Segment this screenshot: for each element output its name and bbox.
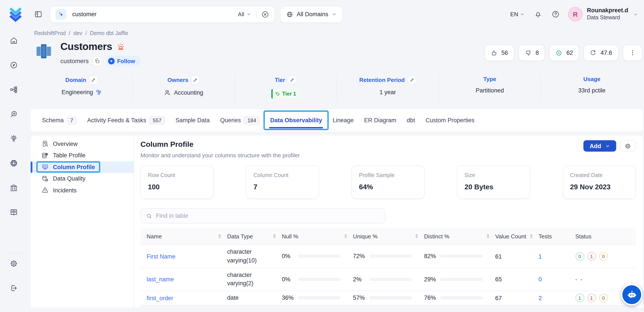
- sidebar-workflow-icon[interactable]: [10, 85, 18, 94]
- user-menu-chevron-icon[interactable]: [632, 12, 638, 17]
- sidebar-logout-icon[interactable]: [10, 284, 18, 292]
- breadcrumb-separator: /: [85, 30, 87, 36]
- find-in-table-input[interactable]: [156, 213, 380, 219]
- sort-icon[interactable]: [344, 234, 347, 239]
- sidebar-profile-search-icon[interactable]: [10, 110, 18, 118]
- subnav-item-data-quality[interactable]: Data Quality: [31, 173, 134, 185]
- language-value: EN: [510, 11, 518, 18]
- subnav-label: Column Profile: [53, 164, 95, 171]
- subnav-item-incidents[interactable]: Incidents: [31, 185, 134, 196]
- sidebar-toggle-icon[interactable]: [34, 10, 42, 19]
- breadcrumb-connection[interactable]: RedshiftProd: [34, 30, 66, 36]
- sidebar-glossary-icon[interactable]: [10, 208, 18, 216]
- column-header-tests: Tests: [538, 233, 552, 239]
- owners-label: Owners: [168, 77, 188, 83]
- sort-icon[interactable]: [530, 234, 532, 239]
- sidebar-governance-icon[interactable]: [10, 184, 18, 192]
- search-input[interactable]: [72, 11, 238, 18]
- help-icon[interactable]: [552, 10, 560, 19]
- sort-icon[interactable]: [273, 234, 276, 239]
- tab-dbt[interactable]: dbt: [406, 109, 416, 131]
- chatbot-button[interactable]: [621, 284, 642, 305]
- domain-value[interactable]: Engineering: [62, 89, 93, 96]
- tab-activity-feeds[interactable]: Activity Feeds & Tasks557: [86, 109, 166, 131]
- card-created-date: Created Date 29 Nov 2023: [562, 166, 636, 199]
- null-progress-bar: [298, 296, 340, 299]
- alert-siren-icon[interactable]: [117, 42, 126, 51]
- topbar: All All Domains EN R: [0, 0, 644, 29]
- column-name-link[interactable]: First Name: [146, 253, 176, 260]
- tab-custom-properties[interactable]: Custom Properties: [425, 109, 476, 131]
- tab-count-badge: 557: [149, 116, 165, 125]
- edit-owners-pencil-icon[interactable]: [191, 76, 200, 84]
- sidebar-compass-icon[interactable]: [10, 61, 18, 69]
- profiler-settings-button[interactable]: [620, 140, 636, 152]
- breadcrumb-schema[interactable]: Demo dbt Jaffle: [90, 30, 128, 36]
- null-pct-value: 36%: [282, 295, 298, 301]
- ai-sparkle-icon[interactable]: [56, 9, 66, 20]
- tier-badge[interactable]: Tier 1: [271, 89, 300, 99]
- status-failed-badge[interactable]: 1: [587, 293, 596, 302]
- sidebar-insights-icon[interactable]: [10, 134, 18, 143]
- owners-value[interactable]: Accounting: [174, 89, 203, 96]
- tests-link[interactable]: 0: [538, 276, 542, 283]
- distinct-pct-value: 29%: [424, 276, 440, 283]
- copy-icon[interactable]: [92, 56, 102, 66]
- tab-queries[interactable]: Queries184: [219, 109, 260, 131]
- thumbs-up-icon: [490, 49, 498, 56]
- app-sidebar: [0, 29, 28, 312]
- status-failed-badge[interactable]: 1: [587, 252, 596, 261]
- tab-schema[interactable]: Schema7: [41, 109, 78, 131]
- subnav-item-overview[interactable]: Overview: [31, 138, 134, 150]
- global-search[interactable]: All: [50, 6, 275, 23]
- popularity-button[interactable]: 47.6: [584, 45, 618, 61]
- search-clear-icon[interactable]: [261, 10, 269, 18]
- user-info[interactable]: Rounakpreet.d Data Steward: [587, 7, 628, 22]
- tab-data-observability[interactable]: Data Observability: [269, 109, 323, 131]
- subnav-item-table-profile[interactable]: Table Profile: [31, 150, 134, 161]
- tests-link[interactable]: 2: [538, 295, 542, 301]
- card-label: Profile Sample: [359, 172, 417, 178]
- atlan-logo-icon[interactable]: [8, 7, 23, 22]
- all-domains-button[interactable]: All Domains: [280, 6, 343, 23]
- subnav-item-column-profile[interactable]: Column Profile: [31, 161, 134, 173]
- avatar[interactable]: R: [568, 7, 582, 22]
- null-progress-bar: [298, 278, 340, 281]
- language-selector[interactable]: EN: [510, 11, 525, 18]
- more-actions-button[interactable]: [622, 45, 642, 61]
- sidebar-home-icon[interactable]: [10, 36, 18, 45]
- edit-tier-pencil-icon[interactable]: [288, 76, 296, 84]
- gear-icon: [624, 143, 631, 149]
- column-name-link[interactable]: first_order: [146, 295, 173, 301]
- sort-icon[interactable]: [218, 234, 221, 239]
- tests-link[interactable]: 1: [538, 253, 542, 260]
- edit-domain-pencil-icon[interactable]: [89, 76, 98, 84]
- follow-button[interactable]: Follow: [106, 56, 140, 66]
- tab-er-diagram[interactable]: ER Diagram: [363, 109, 397, 131]
- distinct-pct-value: 76%: [424, 295, 440, 301]
- column-name-link[interactable]: last_name: [146, 276, 174, 283]
- downvotes-button[interactable]: 8: [518, 45, 545, 61]
- sort-icon[interactable]: [486, 234, 489, 239]
- tab-sample-data[interactable]: Sample Data: [174, 109, 210, 131]
- status-passed-badge[interactable]: 1: [575, 293, 584, 302]
- status-warning-badge[interactable]: 0: [599, 252, 608, 261]
- status-warning-badge[interactable]: 0: [599, 293, 608, 302]
- status-passed-badge[interactable]: 0: [575, 252, 584, 261]
- breadcrumb-database[interactable]: dev: [74, 30, 82, 36]
- search-scope-dropdown[interactable]: All: [238, 11, 251, 18]
- active-tab-underline: [269, 127, 323, 128]
- observability-panel: Overview Table Profile Column Profile Da…: [31, 135, 643, 307]
- tab-lineage[interactable]: Lineage: [332, 109, 354, 131]
- sort-icon[interactable]: [415, 234, 418, 239]
- edit-retention-pencil-icon[interactable]: [408, 76, 416, 84]
- upvotes-button[interactable]: 56: [484, 45, 514, 61]
- tag-icon: [275, 91, 280, 96]
- score-button[interactable]: 62: [549, 45, 579, 61]
- sidebar-globe-icon[interactable]: [10, 159, 18, 167]
- notifications-bell-icon[interactable]: [534, 10, 542, 19]
- find-in-table[interactable]: [140, 208, 386, 223]
- search-scope-value: All: [238, 11, 244, 18]
- add-button[interactable]: Add: [584, 140, 616, 152]
- sidebar-settings-gear-icon[interactable]: [10, 259, 18, 268]
